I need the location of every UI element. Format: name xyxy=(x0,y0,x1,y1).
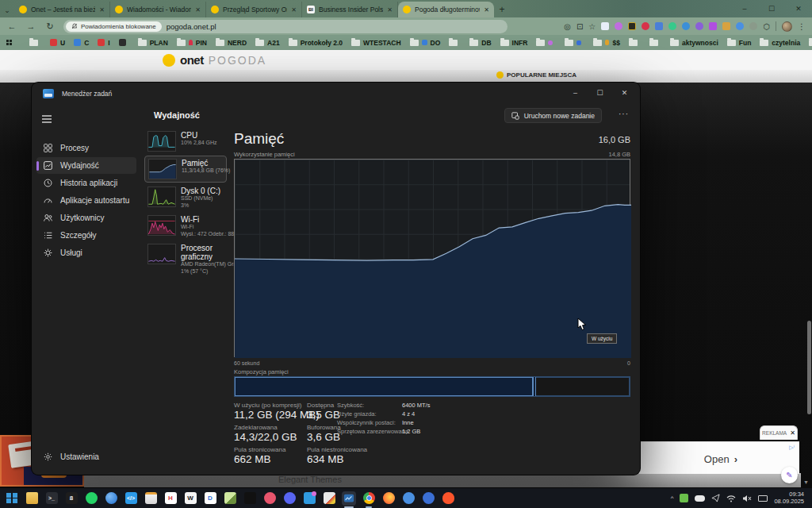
taskbar-clock[interactable]: 09:34 08.09.2025 xyxy=(774,491,807,505)
bookmark-item[interactable]: C xyxy=(74,39,89,47)
bookmark-folder[interactable]: DB xyxy=(469,39,491,47)
reklama-close-tab[interactable]: REKLAMA ✕ xyxy=(760,425,798,440)
notifications-blocked-chip[interactable]: Powiadomienia blokowane xyxy=(66,21,162,32)
vscode-icon[interactable]: </> xyxy=(124,491,138,506)
hamburger-menu-icon[interactable] xyxy=(41,113,52,127)
bookmark-folder[interactable]: INFR xyxy=(500,39,528,47)
extension-icon[interactable] xyxy=(736,22,744,30)
brave-icon[interactable] xyxy=(441,491,455,506)
telegram-tray-icon[interactable] xyxy=(711,494,720,502)
metric-memory-selected[interactable]: Pamięć11,3/14,8 GB (76%) xyxy=(144,156,227,183)
terminal-icon[interactable]: >_ xyxy=(44,491,59,506)
bookmark-folder[interactable]: aktywnosci xyxy=(670,39,718,47)
tab-onet[interactable]: Onet – Jesteś na bieżąco ✕ xyxy=(14,2,110,17)
bookmark-folder[interactable]: NERD xyxy=(216,39,247,47)
reload-button[interactable]: ↻ xyxy=(44,21,56,32)
chrome-taskbar-icon[interactable] xyxy=(362,491,376,506)
sidebar-item-wydajnosc[interactable]: Wydajność xyxy=(36,157,136,174)
forward-button[interactable]: → xyxy=(25,21,36,31)
extension-icon[interactable] xyxy=(695,22,703,30)
apps-grid-icon[interactable] xyxy=(6,40,12,45)
tray-green-icon[interactable] xyxy=(680,494,688,502)
bookmark-folder[interactable] xyxy=(449,40,461,46)
game-app-icon[interactable] xyxy=(262,491,277,506)
tab-business-insider[interactable]: BI Business Insider Polska ✕ xyxy=(302,2,398,17)
wifi-tray-icon[interactable] xyxy=(726,495,736,502)
sidebar-item-procesy[interactable]: Procesy xyxy=(36,140,136,156)
bookmark-folder[interactable]: PLAN xyxy=(138,39,168,47)
onet-logo[interactable]: onet POGODA xyxy=(163,53,266,67)
memory-composition-bar[interactable] xyxy=(234,376,630,397)
bookmark-folder[interactable]: P xyxy=(809,39,812,47)
browser-menu-icon[interactable]: ⋮ xyxy=(798,22,806,31)
task-manager-taskbar-icon[interactable] xyxy=(342,491,356,506)
d-app-icon[interactable]: D xyxy=(203,491,217,506)
photos-app-icon[interactable] xyxy=(223,491,237,506)
firefox-icon[interactable] xyxy=(381,491,396,506)
extension-icon[interactable] xyxy=(642,22,649,30)
tab-close-icon[interactable]: ✕ xyxy=(195,6,201,13)
sidebar-item-uzytkownicy[interactable]: Użytkownicy xyxy=(36,210,136,226)
tab-pogoda-active[interactable]: Pogoda długoterminowa. Prog ✕ xyxy=(398,2,494,17)
bookmark-folder[interactable]: czytelnia xyxy=(760,39,800,47)
scrollbar-down-arrow[interactable]: ▼ xyxy=(803,479,809,485)
bookmark-star-icon[interactable]: ☆ xyxy=(588,22,596,31)
browser-minimize-button[interactable]: – xyxy=(731,0,758,17)
tm-close-button[interactable]: ✕ xyxy=(612,83,637,103)
bookmark-folder[interactable] xyxy=(29,40,41,46)
bookmark-folder[interactable]: WTESTACH xyxy=(351,39,401,47)
browser-maximize-button[interactable]: ☐ xyxy=(758,0,785,17)
bookmark-folder[interactable] xyxy=(649,40,661,46)
reklama-close-icon[interactable]: ✕ xyxy=(790,429,795,437)
bookmark-folder[interactable]: PIN xyxy=(177,39,207,47)
notes-app-icon[interactable] xyxy=(144,491,158,506)
sidebar-item-historia-aplikacji[interactable]: Historia aplikacji xyxy=(36,175,136,191)
mail-icon[interactable] xyxy=(302,491,316,506)
browser-close-button[interactable]: ✕ xyxy=(785,0,812,17)
bookmark-folder[interactable]: Fun xyxy=(727,39,752,47)
tab-wiadomosci[interactable]: Wiadomości - Wiadomości w O ✕ xyxy=(110,2,206,17)
tm-titlebar[interactable]: Menedżer zadań – ☐ ✕ xyxy=(32,83,640,105)
extension-icon[interactable] xyxy=(682,22,690,30)
bookmark-item[interactable]: I xyxy=(98,39,109,47)
blue-app-icon[interactable] xyxy=(401,491,416,506)
bookmark-folder[interactable] xyxy=(536,40,556,46)
extension-icon[interactable] xyxy=(749,22,757,30)
sidebar-item-ustawienia[interactable]: Ustawienia xyxy=(36,448,136,465)
tab-close-icon[interactable]: ✕ xyxy=(99,6,105,13)
bookmark-item[interactable] xyxy=(119,39,129,46)
bookmark-folder[interactable]: Protokoły 2.0 xyxy=(289,39,343,47)
bookmark-folder[interactable] xyxy=(565,40,584,46)
bookmark-item[interactable]: U xyxy=(50,39,65,47)
sidebar-item-szczegoly[interactable]: Szczegóły xyxy=(36,227,136,244)
keyboard-tray-icon[interactable] xyxy=(758,495,768,502)
install-icon[interactable]: ⊡ xyxy=(576,22,583,31)
sidebar-item-aplikacje-autostartu[interactable]: Aplikacje autostartu xyxy=(36,192,136,209)
h-app-icon[interactable]: H xyxy=(163,491,178,506)
whatsapp-icon[interactable] xyxy=(84,491,98,506)
tab-close-icon[interactable]: ✕ xyxy=(484,6,489,13)
extension-icon[interactable] xyxy=(628,22,636,30)
address-bar[interactable]: Powiadomienia blokowane pogoda.onet.pl xyxy=(63,20,508,33)
memory-usage-graph[interactable] xyxy=(234,159,630,357)
discord-icon[interactable] xyxy=(282,491,297,506)
bookmark-folder[interactable]: A21 xyxy=(255,39,280,47)
extension-icon[interactable] xyxy=(655,22,663,30)
extension-icon[interactable] xyxy=(668,22,676,30)
extension-icon[interactable] xyxy=(615,22,622,30)
extension-icon[interactable] xyxy=(722,22,730,30)
w-app-icon[interactable]: W xyxy=(183,491,197,506)
tab-search-icon[interactable]: ⌄ xyxy=(0,3,14,17)
blue-app2-icon[interactable] xyxy=(421,491,435,506)
ad-open-link[interactable]: Open› xyxy=(704,453,737,465)
extensions-puzzle-icon[interactable]: ⬡ xyxy=(763,22,770,31)
bookmark-folder[interactable]: $$ xyxy=(593,39,619,47)
back-button[interactable]: ← xyxy=(6,21,17,31)
metric-wifi[interactable]: Wi-FiWi-FiWysł.: 472 Odebr.: 888 K xyxy=(144,213,227,240)
location-icon[interactable]: ◎ xyxy=(564,22,571,31)
app-icon[interactable]: 8 xyxy=(64,491,79,506)
profile-avatar[interactable] xyxy=(782,21,792,32)
sidebar-item-uslugi[interactable]: Usługi xyxy=(36,244,136,261)
popular-places-link[interactable]: POPULARNE MIEJSCA xyxy=(496,71,576,79)
extension-icon[interactable] xyxy=(709,22,717,30)
